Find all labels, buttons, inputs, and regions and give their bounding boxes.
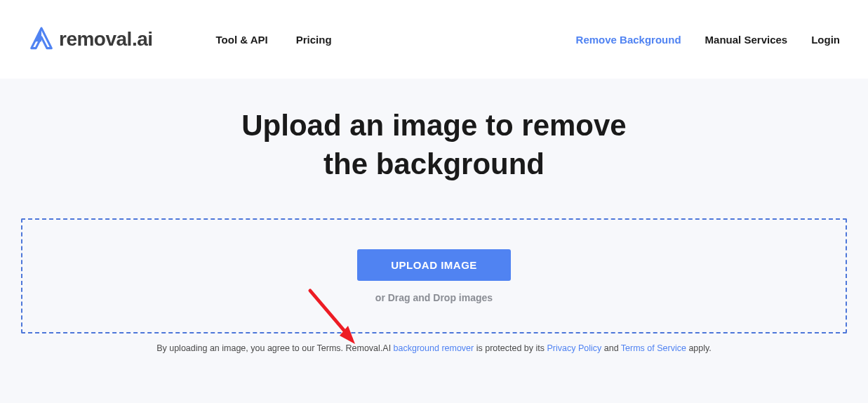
nav-login[interactable]: Login	[811, 34, 840, 46]
hero-title-line2: the background	[323, 147, 545, 180]
terms-suffix: apply.	[686, 343, 712, 353]
nav-tool-api[interactable]: Tool & API	[216, 34, 268, 46]
nav-right: Remove Background Manual Services Login	[576, 34, 840, 46]
upload-image-button[interactable]: UPLOAD IMAGE	[357, 249, 511, 281]
nav-left: Tool & API Pricing	[216, 34, 332, 46]
terms-mid1: is protected by its	[474, 343, 547, 353]
nav-remove-background[interactable]: Remove Background	[576, 34, 681, 46]
logo-text: removal.ai	[59, 28, 153, 51]
logo-icon	[28, 26, 55, 53]
nav-pricing[interactable]: Pricing	[296, 34, 332, 46]
nav-manual-services[interactable]: Manual Services	[705, 34, 788, 46]
hero-title-line1: Upload an image to remove	[241, 109, 626, 142]
terms-text: By uploading an image, you agree to our …	[0, 343, 868, 353]
terms-link-privacy-policy[interactable]: Privacy Policy	[547, 343, 601, 353]
upload-dropzone[interactable]: UPLOAD IMAGE or Drag and Drop images	[21, 218, 847, 333]
hero-title: Upload an image to remove the background	[0, 107, 868, 183]
terms-link-terms-of-service[interactable]: Terms of Service	[621, 343, 686, 353]
terms-mid2: and	[601, 343, 621, 353]
logo[interactable]: removal.ai	[28, 26, 153, 53]
header: removal.ai Tool & API Pricing Remove Bac…	[0, 0, 868, 79]
terms-link-background-remover[interactable]: background remover	[394, 343, 474, 353]
terms-prefix: By uploading an image, you agree to our …	[156, 343, 393, 353]
hero: Upload an image to remove the background…	[0, 79, 868, 403]
drag-drop-text: or Drag and Drop images	[375, 292, 493, 303]
